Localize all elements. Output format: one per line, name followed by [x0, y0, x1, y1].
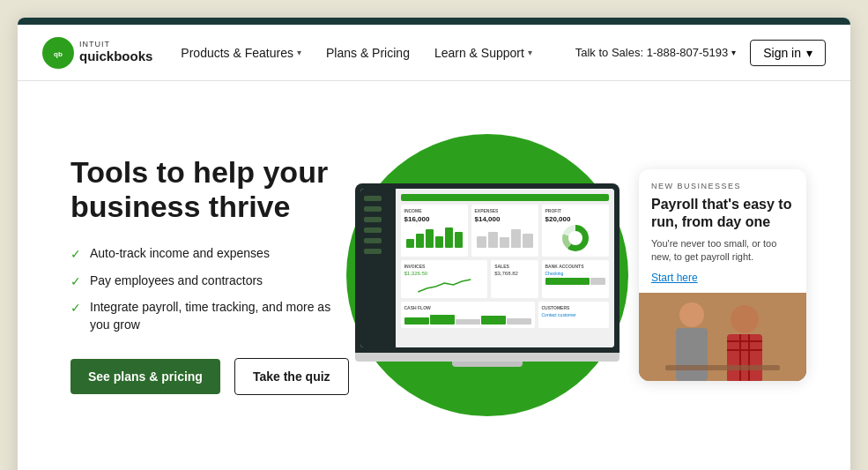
dashboard-main: INCOME $16,000 — [396, 189, 614, 347]
expenses-card: EXPENSES $14,000 — [471, 205, 538, 257]
svg-rect-11 — [665, 365, 780, 370]
svg-point-5 — [731, 305, 759, 333]
income-card: INCOME $16,000 — [401, 205, 468, 257]
profit-card: PROFIT $20,000 — [542, 205, 609, 257]
dashboard-sidebar — [360, 189, 396, 347]
sidebar-item — [364, 206, 382, 212]
nav-right: Talk to Sales: 1-888-807-5193 ▾ Sign in … — [575, 40, 826, 66]
learn-support-link[interactable]: Learn & Support ▾ — [434, 46, 532, 60]
cash-flow-card: CASH FLOW — [401, 302, 535, 328]
promo-card: NEW BUSINESSES Payroll that's easy to ru… — [639, 169, 806, 380]
talk-to-sales[interactable]: Talk to Sales: 1-888-807-5193 ▾ — [575, 46, 736, 59]
sidebar-item — [364, 249, 382, 254]
sidebar-item — [364, 238, 382, 243]
svg-point-3 — [679, 302, 704, 327]
laptop-base — [355, 353, 619, 362]
laptop-mockup: INCOME $16,000 — [355, 183, 619, 367]
signin-button[interactable]: Sign in ▾ — [750, 40, 826, 66]
navbar: qb INTUIT quickbooks Products & Features… — [18, 25, 850, 81]
chevron-down-icon: ▾ — [731, 48, 736, 57]
donut-chart — [562, 225, 589, 251]
promo-title: Payroll that's easy to run, from day one — [651, 196, 794, 229]
feature-item-1: ✓ Auto-track income and expenses — [70, 245, 352, 264]
income-bar-chart — [404, 223, 464, 250]
take-quiz-button[interactable]: Take the quiz — [234, 358, 349, 395]
check-icon: ✓ — [70, 246, 81, 264]
top-bar — [18, 18, 850, 25]
promo-description: You're never too small, or too new, to g… — [651, 237, 794, 265]
nav-links: Products & Features ▾ Plans & Pricing Le… — [181, 46, 575, 60]
hero-right: NEW BUSINESSES Payroll that's easy to ru… — [639, 169, 815, 380]
feature-item-3: ✓ Integrate payroll, time tracking, and … — [70, 299, 352, 333]
svg-rect-4 — [676, 328, 708, 381]
hero-center: INCOME $16,000 — [352, 116, 621, 434]
logo-text: INTUIT quickbooks — [79, 41, 152, 63]
chevron-down-icon: ▾ — [297, 48, 301, 57]
screen-content: INCOME $16,000 — [360, 189, 614, 347]
invoices-card: INVOICES $1,326.50 — [401, 260, 488, 298]
hero-left: Tools to help your business thrive ✓ Aut… — [70, 155, 352, 396]
bank-accounts-card: BANK ACCOUNTS Checking — [542, 260, 609, 298]
dashboard-row-1: INCOME $16,000 — [401, 205, 609, 257]
bank-bar — [545, 278, 605, 285]
feature-list: ✓ Auto-track income and expenses ✓ Pay e… — [70, 245, 352, 333]
hero-title: Tools to help your business thrive — [70, 155, 352, 224]
promo-tag: NEW BUSINESSES — [651, 182, 794, 190]
contact-card: CUSTOMERS Contact customer — [538, 302, 609, 328]
logo-icon: qb — [42, 37, 74, 69]
sidebar-item — [364, 217, 382, 222]
laptop-stand — [452, 362, 523, 367]
promo-start-here-link[interactable]: Start here — [651, 272, 794, 284]
promo-card-content: NEW BUSINESSES Payroll that's easy to ru… — [639, 169, 806, 283]
browser-window: qb INTUIT quickbooks Products & Features… — [18, 18, 850, 470]
dashboard-row-3: CASH FLOW — [401, 302, 609, 328]
dashboard-header — [401, 194, 609, 201]
promo-illustration — [639, 293, 806, 381]
expenses-bar-chart — [475, 223, 535, 250]
sidebar-item — [364, 228, 382, 233]
hero-section: Tools to help your business thrive ✓ Aut… — [18, 81, 850, 469]
check-icon: ✓ — [70, 300, 81, 317]
line-chart — [404, 276, 485, 294]
quickbooks-label: quickbooks — [79, 49, 152, 64]
chevron-down-icon: ▾ — [806, 46, 812, 60]
hero-buttons: See plans & pricing Take the quiz — [70, 358, 352, 395]
sidebar-item — [364, 196, 382, 201]
plans-pricing-link[interactable]: Plans & Pricing — [326, 46, 410, 60]
logo-area[interactable]: qb INTUIT quickbooks — [42, 37, 152, 69]
svg-text:qb: qb — [54, 50, 63, 58]
feature-item-2: ✓ Pay employees and contractors — [70, 272, 352, 291]
laptop-screen: INCOME $16,000 — [355, 183, 619, 353]
see-plans-pricing-button[interactable]: See plans & pricing — [70, 359, 220, 394]
promo-image — [639, 293, 806, 381]
sales-card: SALES $3,768.82 — [491, 260, 538, 298]
chevron-down-icon: ▾ — [528, 48, 532, 57]
dashboard-row-2: INVOICES $1,326.50 SALES $3,768.82 — [401, 260, 609, 298]
products-features-link[interactable]: Products & Features ▾ — [181, 46, 301, 60]
check-icon: ✓ — [70, 273, 81, 291]
